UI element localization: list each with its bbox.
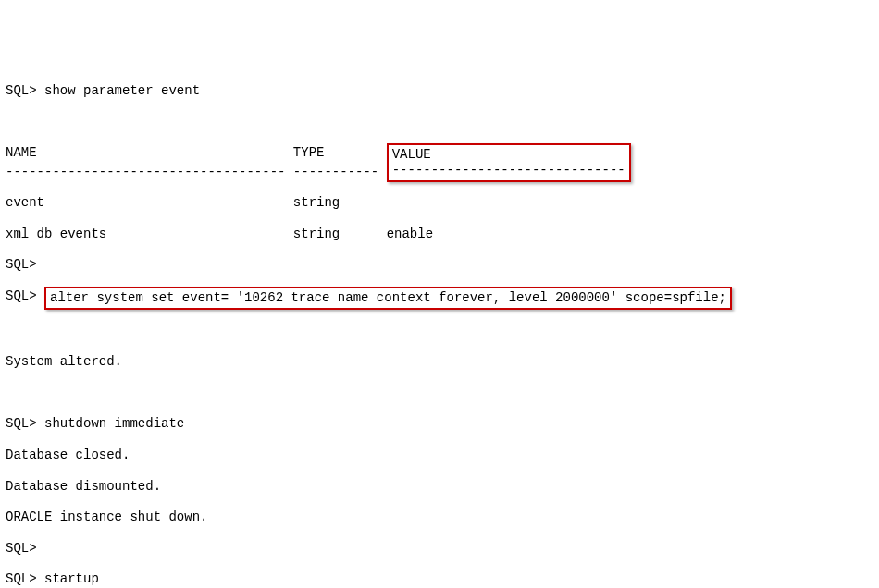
data-row-xml-1: xml_db_events string enable — [6, 227, 873, 242]
data-row-event-1: event string — [6, 195, 873, 211]
blank-line — [6, 324, 873, 339]
prompt-sql: SQL> — [6, 288, 44, 304]
db-dismounted: Database dismounted. — [6, 479, 873, 495]
db-closed: Database closed. — [6, 447, 873, 463]
system-altered: System altered. — [6, 354, 873, 370]
col-value-sep: ------------------------------ — [392, 163, 625, 178]
col-value: VALUE — [392, 147, 431, 162]
blank-line — [6, 386, 873, 401]
col-name-type: NAME TYPE — [6, 145, 387, 161]
prompt-empty: SQL> — [6, 541, 873, 557]
terminal-output: SQL> show parameter event NAME TYPE VALU… — [6, 67, 873, 588]
shutdown-line: SQL> shutdown immediate — [6, 416, 873, 432]
event-left: event string — [6, 195, 387, 211]
blank-line — [6, 115, 873, 130]
alter-cmd-text: alter system set event= '10262 trace nam… — [50, 290, 726, 305]
prompt-line: SQL> show parameter event — [6, 83, 873, 99]
inst-down: ORACLE instance shut down. — [6, 509, 873, 525]
startup-line: SQL> startup — [6, 571, 873, 587]
alter-cmd-row: SQL> alter system set event= '10262 trac… — [6, 288, 873, 308]
highlight-alter-cmd: alter system set event= '10262 trace nam… — [44, 287, 732, 310]
highlight-value-header-1: VALUE ------------------------------ — [387, 143, 631, 182]
sep-left: ------------------------------------ ---… — [6, 165, 387, 180]
prompt-empty: SQL> — [6, 257, 873, 273]
